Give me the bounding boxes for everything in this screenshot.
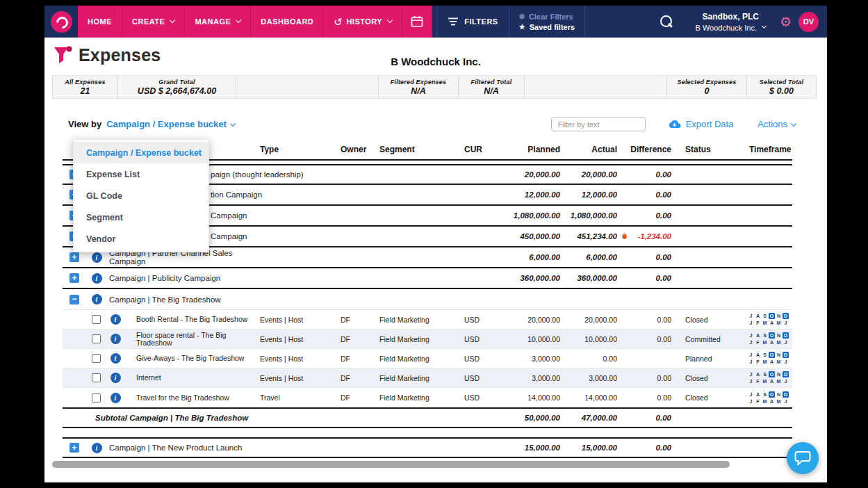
planned-value: 360,000.00 (500, 274, 562, 282)
row-checkbox[interactable] (92, 393, 101, 402)
view-option-segment[interactable]: Segment (74, 206, 208, 228)
nav-calendar-button[interactable] (402, 6, 432, 38)
month-cell: N (776, 371, 782, 377)
info-circle-icon[interactable]: i (92, 443, 102, 453)
gear-icon[interactable]: ⚙ (780, 14, 792, 30)
view-by-dropdown[interactable]: Campaign / Expense bucket (106, 119, 235, 129)
header-segment: Segment (372, 145, 457, 154)
expense-name: Internet (107, 374, 253, 382)
currency-value: USD (457, 374, 500, 382)
month-cell: F (755, 339, 761, 345)
summary-label: Filtered Expenses (391, 79, 446, 86)
info-circle-icon[interactable]: i (110, 334, 121, 344)
actual-value: 0.00 (562, 355, 619, 363)
info-circle-icon[interactable]: i (92, 252, 102, 263)
month-cell: A (769, 359, 775, 365)
segment-value: Field Marketing (372, 335, 457, 343)
campaign-name: Campaign | The New Product Launch (107, 444, 253, 452)
plus-square-icon[interactable]: + (69, 273, 79, 283)
info-circle-icon[interactable]: i (110, 373, 121, 383)
home-logo-button[interactable] (44, 6, 78, 38)
row-checkbox[interactable] (92, 354, 101, 363)
info-circle-icon[interactable]: i (110, 393, 121, 403)
filter-text-input[interactable] (551, 117, 646, 131)
actual-value: 1,080,000.00 (562, 211, 619, 220)
subtotal-row: Subtotal Campaign | The Big Tradeshow50,… (63, 407, 792, 428)
planned-value: 20,000.00 (500, 170, 562, 179)
month-cell: F (755, 398, 761, 405)
row-checkbox[interactable] (92, 334, 101, 343)
campaign-row: −iCampaign | The Big Tradeshow (63, 289, 792, 310)
info-cell: i (86, 443, 107, 453)
chat-launcher[interactable] (787, 442, 819, 474)
segment-value: Field Marketing (372, 355, 457, 363)
account-switcher[interactable]: Sandbox, PLC B Woodchuck Inc. (689, 6, 773, 38)
nav-item-home[interactable]: HOME (78, 6, 122, 38)
search-icon[interactable] (660, 15, 673, 29)
month-cell: N (776, 313, 782, 319)
view-option-vendor[interactable]: Vendor (74, 228, 208, 250)
timeframe-cell: JASONDJFMAMJ (734, 332, 792, 345)
actions-button[interactable]: Actions (758, 119, 796, 129)
app-logo-icon (51, 11, 72, 33)
summary-grand-total: Grand TotalUSD $ 2,664,674.00 (118, 76, 236, 98)
month-cell: F (755, 359, 761, 365)
history-icon: ↺ (334, 17, 343, 27)
header-type: Type (253, 145, 336, 154)
status-value: Committed (673, 335, 734, 343)
actions-label: Actions (758, 119, 787, 129)
toggle-cell (63, 373, 86, 382)
info-circle-icon[interactable]: i (110, 314, 121, 325)
saved-filters-button[interactable]: ★ Saved filters (519, 23, 575, 31)
view-by-label: View by (68, 119, 101, 129)
currency-value: USD (457, 393, 500, 402)
info-circle-icon[interactable]: i (110, 353, 121, 364)
month-cell: A (755, 371, 761, 377)
summary-label: Filtered Total (471, 79, 512, 86)
nav-spacer (585, 6, 659, 38)
difference-value: 0.00 (619, 374, 673, 382)
nav-filters-button[interactable]: FILTERS (436, 6, 509, 38)
clear-filters-button[interactable]: ⊛ Clear Filters (519, 13, 575, 21)
info-circle-icon[interactable]: i (92, 294, 102, 304)
saved-filters-label: Saved filters (530, 23, 575, 31)
view-option-campaign-expense-bucket[interactable]: Campaign / Expense bucket (74, 142, 208, 163)
difference-value: 0.00 (619, 414, 673, 422)
export-data-button[interactable]: Export Data (668, 119, 734, 129)
timeframe-months: JASONDJFMAMJ (748, 371, 792, 384)
actual-value: 20,000.00 (562, 170, 619, 179)
nav-item-manage[interactable]: MANAGE (185, 6, 251, 38)
nav-item-history[interactable]: ↺HISTORY (324, 6, 402, 38)
view-by-menu: Campaign / Expense bucketExpense ListGL … (73, 139, 209, 252)
month-cell: M (776, 359, 782, 365)
month-cell: O (769, 391, 775, 398)
month-cell: A (769, 378, 775, 384)
timeframe-cell: JASONDJFMAMJ (734, 313, 792, 326)
info-cell: i (86, 252, 107, 263)
summary-value: 21 (81, 86, 90, 96)
header-owner: Owner (336, 145, 372, 154)
plus-square-icon[interactable]: + (69, 443, 79, 453)
month-cell: S (762, 352, 768, 358)
minus-square-icon[interactable]: − (69, 295, 79, 304)
owner-value: DF (336, 355, 372, 363)
row-checkbox[interactable] (92, 315, 101, 324)
nav-item-create[interactable]: CREATE (122, 6, 185, 38)
month-cell: M (762, 398, 768, 405)
view-by-value: Campaign / Expense bucket (106, 119, 227, 129)
month-cell: J (748, 352, 754, 358)
avatar[interactable]: DV (799, 12, 819, 32)
planned-value: 12,000.00 (500, 190, 562, 199)
horizontal-scrollbar[interactable] (63, 461, 792, 468)
month-cell: F (755, 320, 761, 326)
row-checkbox[interactable] (92, 373, 101, 382)
month-cell: M (762, 339, 768, 345)
view-option-expense-list[interactable]: Expense List (74, 163, 208, 185)
nav-item-dashboard[interactable]: DASHBOARD (251, 6, 324, 38)
month-cell: O (769, 332, 775, 339)
info-circle-icon[interactable]: i (92, 273, 102, 284)
plus-square-icon[interactable]: + (69, 252, 79, 262)
view-option-gl-code[interactable]: GL Code (74, 185, 208, 206)
scrollbar-thumb[interactable] (52, 461, 730, 468)
summary-label: All Expenses (65, 79, 105, 86)
